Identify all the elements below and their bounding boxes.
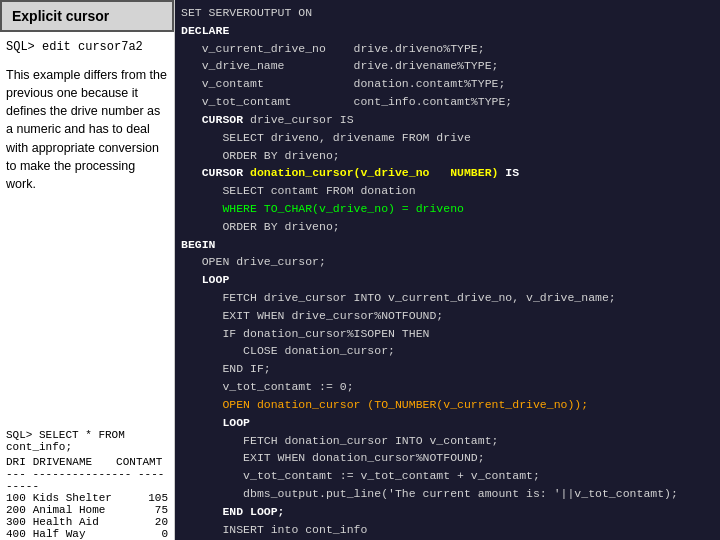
code-line: FETCH donation_cursor INTO v_contamt; bbox=[181, 432, 714, 450]
code-line: LOOP bbox=[181, 271, 714, 289]
cell-drivename: Animal Home bbox=[33, 504, 116, 516]
cell-contamt: 20 bbox=[116, 516, 168, 528]
cell-dri: 400 bbox=[6, 528, 33, 540]
sql-select-query: SQL> SELECT * FROM cont_info; bbox=[6, 429, 168, 453]
code-line: END IF; bbox=[181, 360, 714, 378]
cell-drivename: Health Aid bbox=[33, 516, 116, 528]
table-row: 100 Kids Shelter 105 bbox=[6, 492, 168, 504]
code-line: SET SERVEROUTPUT ON bbox=[181, 4, 714, 22]
code-line: INSERT into cont_info bbox=[181, 521, 714, 539]
code-line: ORDER BY driveno; bbox=[181, 218, 714, 236]
code-line: CLOSE donation_cursor; bbox=[181, 342, 714, 360]
code-line: IF donation_cursor%ISOPEN THEN bbox=[181, 325, 714, 343]
left-panel: Explicit cursor SQL> edit cursor7a2 This… bbox=[0, 0, 175, 540]
cell-dri: 200 bbox=[6, 504, 33, 516]
code-line: EXIT WHEN donation_cursor%NOTFOUND; bbox=[181, 449, 714, 467]
table-row: 200 Animal Home 75 bbox=[6, 504, 168, 516]
code-line: ORDER BY driveno; bbox=[181, 147, 714, 165]
code-line: v_contamt donation.contamt%TYPE; bbox=[181, 75, 714, 93]
col-contamt: CONTAMT bbox=[116, 456, 168, 468]
code-line: OPEN donation_cursor (TO_NUMBER(v_curren… bbox=[181, 396, 714, 414]
output-table: DRI DRIVENAME CONTAMT --- --------------… bbox=[6, 456, 168, 540]
title-text: Explicit cursor bbox=[12, 8, 109, 24]
table-row: 300 Health Aid 20 bbox=[6, 516, 168, 528]
code-line: SELECT driveno, drivename FROM drive bbox=[181, 129, 714, 147]
code-line: v_tot_contamt := v_tot_contamt + v_conta… bbox=[181, 467, 714, 485]
code-line: FETCH drive_cursor INTO v_current_drive_… bbox=[181, 289, 714, 307]
description-box: This example differs from the previous o… bbox=[0, 58, 174, 201]
description-text: This example differs from the previous o… bbox=[6, 68, 167, 191]
sql-prompt: SQL> edit cursor7a2 bbox=[0, 32, 174, 58]
code-line: SELECT contamt FROM donation bbox=[181, 182, 714, 200]
code-line: EXIT WHEN drive_cursor%NOTFOUND; bbox=[181, 307, 714, 325]
code-line: BEGIN bbox=[181, 236, 714, 254]
code-line: v_tot_contamt := 0; bbox=[181, 378, 714, 396]
code-line: dbms_output.put_line('The current amount… bbox=[181, 485, 714, 503]
cell-contamt: 105 bbox=[116, 492, 168, 504]
table-row: 400 Half Way 0 bbox=[6, 528, 168, 540]
code-line: v_tot_contamt cont_info.contamt%TYPE; bbox=[181, 93, 714, 111]
cell-dri: 100 bbox=[6, 492, 33, 504]
cell-contamt: 0 bbox=[116, 528, 168, 540]
code-line: WHERE TO_CHAR(v_drive_no) = driveno bbox=[181, 200, 714, 218]
table-header-row: DRI DRIVENAME CONTAMT bbox=[6, 456, 168, 468]
title-box: Explicit cursor bbox=[0, 0, 174, 32]
code-line: DECLARE bbox=[181, 22, 714, 40]
code-line: LOOP bbox=[181, 414, 714, 432]
cell-dri: 300 bbox=[6, 516, 33, 528]
code-line: v_current_drive_no drive.driveno%TYPE; bbox=[181, 40, 714, 58]
cell-drivename: Half Way bbox=[33, 528, 116, 540]
table-sep-row: --- --------------- --------- bbox=[6, 468, 168, 492]
code-line: v_drive_name drive.drivename%TYPE; bbox=[181, 57, 714, 75]
code-line: CURSOR donation_cursor(v_drive_no NUMBER… bbox=[181, 164, 714, 182]
sql-output-section: SQL> SELECT * FROM cont_info; DRI DRIVEN… bbox=[0, 421, 174, 540]
code-line: END LOOP; bbox=[181, 503, 714, 521]
cell-contamt: 75 bbox=[116, 504, 168, 516]
table-separator: --- --------------- --------- bbox=[6, 468, 168, 492]
code-panel: SET SERVEROUTPUT ONDECLARE v_current_dri… bbox=[175, 0, 720, 540]
col-dri: DRI bbox=[6, 456, 33, 468]
cell-drivename: Kids Shelter bbox=[33, 492, 116, 504]
sql-prompt-text: SQL> edit cursor7a2 bbox=[6, 40, 143, 54]
code-line: CURSOR drive_cursor IS bbox=[181, 111, 714, 129]
code-line: OPEN drive_cursor; bbox=[181, 253, 714, 271]
col-drivename: DRIVENAME bbox=[33, 456, 116, 468]
